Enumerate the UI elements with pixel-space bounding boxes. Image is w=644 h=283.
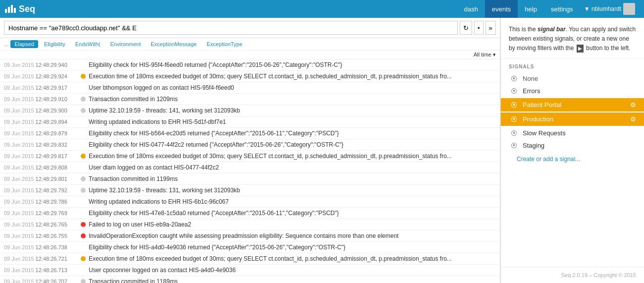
- logo-icon: [5, 5, 16, 13]
- log-time: 09 Jun 2015 12:48:29.917: [4, 83, 81, 92]
- log-time: 09 Jun 2015 12:48:29.924: [4, 72, 81, 81]
- filter-elapsed[interactable]: Elapsed: [10, 40, 38, 48]
- signal-item-none[interactable]: ⦿ None: [509, 72, 636, 85]
- signal-item-slow-requests[interactable]: ⦿ Slow Requests: [509, 127, 636, 139]
- log-area: 09 Jun 2015 12:48:29.940Eligibility chec…: [0, 59, 500, 283]
- filter-eligibility[interactable]: Eligibility: [40, 40, 69, 48]
- log-entry[interactable]: 09 Jun 2015 12:48:26.738Eligibility chec…: [0, 242, 500, 253]
- logo-bar-2: [8, 7, 10, 13]
- log-dot: [81, 199, 86, 204]
- log-entry[interactable]: 09 Jun 2015 12:48:26.713User cpoconner l…: [0, 265, 500, 276]
- nav-help[interactable]: help: [518, 0, 544, 18]
- filter-exceptiontype[interactable]: ExceptionType: [203, 40, 246, 48]
- signal-gear-patient-portal[interactable]: ⚙: [630, 101, 636, 109]
- logo-bar-3: [11, 5, 13, 13]
- signal-name-patient-portal: Patient Portal: [523, 101, 626, 109]
- log-date: 09 Jun 2015: [4, 256, 34, 262]
- log-entry[interactable]: 09 Jun 2015 12:48:29.786Writing updated …: [0, 196, 500, 208]
- log-text: Transaction committed in 1189ms: [89, 277, 496, 283]
- log-entry[interactable]: 09 Jun 2015 12:48:29.900Uptime 32.10:19:…: [0, 105, 500, 116]
- logo: Seq: [5, 4, 35, 14]
- log-dot: [81, 256, 86, 261]
- log-dot: [81, 279, 86, 283]
- log-text: Uptime 32.10:19:59 - threads: 141, worki…: [89, 106, 496, 115]
- signal-name-none: None: [523, 75, 636, 82]
- logo-bar-4: [14, 8, 16, 13]
- signals-label: SIGNALS: [509, 64, 636, 69]
- log-date: 09 Jun 2015: [4, 279, 34, 283]
- log-text: Failed to log on user HIS-eb9a-20aea2: [89, 220, 496, 229]
- signal-gear-production[interactable]: ⚙: [630, 115, 636, 123]
- log-entry[interactable]: 09 Jun 2015 12:48:29.801Transaction comm…: [0, 173, 500, 185]
- refresh-button[interactable]: ↻: [460, 21, 472, 35]
- log-date: 09 Jun 2015: [4, 267, 34, 273]
- create-signal-link[interactable]: Create or add a signal...: [509, 152, 636, 167]
- log-dot: [81, 142, 86, 147]
- log-date: 09 Jun 2015: [4, 142, 34, 148]
- log-entry[interactable]: 09 Jun 2015 12:48:26.721Execution time o…: [0, 253, 500, 265]
- log-entry[interactable]: 09 Jun 2015 12:48:29.832Eligibility chec…: [0, 139, 500, 151]
- log-text: Execution time of 180ms exceeded budget …: [89, 72, 496, 81]
- log-text: Writing updated indications to EHR HIS-5…: [89, 117, 496, 126]
- nav-events[interactable]: events: [485, 0, 518, 18]
- log-date: 09 Jun 2015: [4, 222, 34, 227]
- log-text: Eligibility check for HIS-47e8-1c5da0 re…: [89, 209, 496, 218]
- log-text: Eligibility check for HIS-0477-44f2c2 re…: [89, 140, 496, 149]
- log-entry[interactable]: 09 Jun 2015 12:48:26.755InvalidOperation…: [0, 230, 500, 242]
- log-dot: [81, 233, 86, 238]
- log-entry[interactable]: 09 Jun 2015 12:48:29.894Writing updated …: [0, 116, 500, 128]
- filter-environment[interactable]: Environment: [106, 40, 145, 48]
- nav-dash[interactable]: dash: [457, 0, 485, 18]
- log-text: Eligibility check for HIS-a4d0-4e9036 re…: [89, 243, 496, 252]
- nav-user[interactable]: ▼ nblumhardt: [580, 3, 639, 15]
- log-entry[interactable]: 09 Jun 2015 12:48:29.769Eligibility chec…: [0, 208, 500, 219]
- log-dot: [81, 222, 86, 227]
- signal-item-production[interactable]: ⦿ Production ⚙: [501, 113, 644, 126]
- filter-exceptionmessage[interactable]: ExceptionMessage: [147, 40, 201, 48]
- expand-button[interactable]: »: [485, 21, 496, 35]
- avatar: [623, 3, 635, 15]
- search-input[interactable]: [4, 21, 458, 35]
- log-dot: [81, 97, 86, 102]
- filter-endswith[interactable]: EndsWith(: [71, 40, 105, 48]
- nav-settings[interactable]: settings: [544, 0, 580, 18]
- log-entry[interactable]: 09 Jun 2015 12:48:29.917User bthompson l…: [0, 82, 500, 94]
- log-dot: [81, 131, 86, 136]
- signal-radio-icon-slow-requests: ⦿: [509, 129, 519, 137]
- logo-text: Seq: [19, 4, 35, 14]
- log-time: 09 Jun 2015 12:48:29.900: [4, 106, 81, 115]
- log-text: User bthompson logged on as contact HIS-…: [89, 83, 496, 92]
- log-time: 09 Jun 2015 12:48:26.765: [4, 220, 81, 229]
- log-text: Eligibility check for HIS-b564-ec20d5 re…: [89, 129, 496, 138]
- log-entry[interactable]: 09 Jun 2015 12:48:29.879Eligibility chec…: [0, 128, 500, 139]
- log-dot: [81, 165, 86, 170]
- log-entry[interactable]: 09 Jun 2015 12:48:29.792Uptime 32.10:19:…: [0, 185, 500, 196]
- filter-more[interactable]: ...: [4, 41, 8, 47]
- signal-radio-icon-none: ⦿: [509, 75, 519, 82]
- signal-item-patient-portal[interactable]: ⦿ Patient Portal ⚙: [501, 98, 644, 112]
- log-time: 09 Jun 2015 12:48:29.786: [4, 197, 81, 206]
- log-entry[interactable]: 09 Jun 2015 12:48:29.940Eligibility chec…: [0, 59, 500, 71]
- log-date: 09 Jun 2015: [4, 244, 34, 250]
- log-entry[interactable]: 09 Jun 2015 12:48:26.765Failed to log on…: [0, 219, 500, 230]
- log-dot: [81, 62, 86, 67]
- log-text: Execution time of 180ms exceeded budget …: [89, 152, 496, 161]
- log-entry[interactable]: 09 Jun 2015 12:48:29.808User dlam logged…: [0, 162, 500, 173]
- log-date: 09 Jun 2015: [4, 176, 34, 182]
- log-entry[interactable]: 09 Jun 2015 12:48:29.910Transaction comm…: [0, 94, 500, 105]
- time-row: All time ▾: [0, 51, 500, 59]
- log-date: 09 Jun 2015: [4, 233, 34, 239]
- log-entry[interactable]: 09 Jun 2015 12:48:26.707Transaction comm…: [0, 276, 500, 283]
- log-date: 09 Jun 2015: [4, 165, 34, 170]
- signal-item-staging[interactable]: ⦿ Staging: [509, 139, 636, 152]
- signal-item-errors[interactable]: ⦿ Errors: [509, 85, 636, 97]
- log-entry[interactable]: 09 Jun 2015 12:48:29.817Execution time o…: [0, 151, 500, 162]
- log-text: Writing updated indications to EHR HIS-6…: [89, 197, 496, 206]
- log-text: Uptime 32.10:19:59 - threads: 131, worki…: [89, 186, 496, 195]
- log-entry[interactable]: 09 Jun 2015 12:48:29.924Execution time o…: [0, 71, 500, 82]
- logo-bar-1: [5, 9, 7, 13]
- log-time: 09 Jun 2015 12:48:26.721: [4, 254, 81, 263]
- log-dot: [81, 154, 86, 159]
- options-button[interactable]: •: [474, 21, 483, 35]
- time-select[interactable]: All time ▾: [474, 52, 496, 58]
